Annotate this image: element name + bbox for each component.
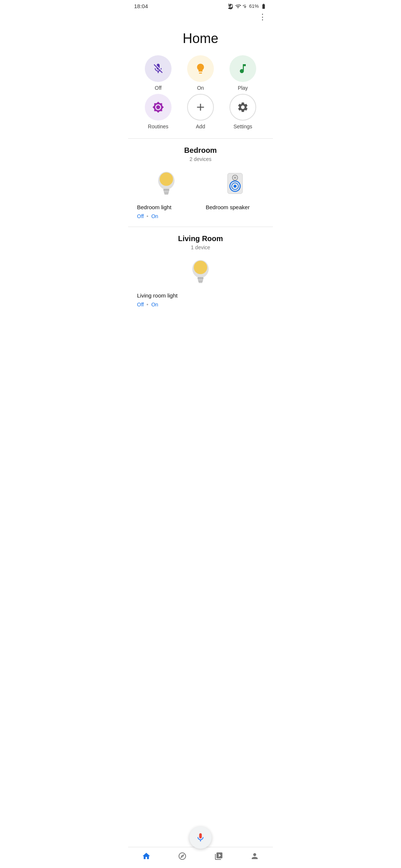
signal-icon — [242, 3, 248, 9]
status-icons: 61% — [228, 3, 267, 9]
bedroom-light-controls: Off On — [136, 213, 158, 219]
action-on-label: On — [197, 85, 204, 91]
living-room-title: Living Room — [136, 234, 265, 243]
action-on-circle — [187, 55, 214, 82]
living-room-light-icon — [188, 258, 213, 289]
bedroom-light-icon-wrap — [136, 170, 197, 201]
bedroom-speaker-icon-wrap — [204, 170, 265, 201]
bedroom-light-card[interactable]: Bedroom light Off On — [136, 170, 197, 219]
living-room-light-on-button[interactable]: On — [151, 302, 158, 308]
add-icon — [195, 101, 206, 113]
bedroom-light-off-button[interactable]: Off — [137, 213, 144, 219]
action-routines[interactable]: Routines — [137, 94, 179, 129]
action-add-circle — [187, 94, 214, 121]
action-add[interactable]: Add — [179, 94, 222, 129]
svg-rect-16 — [198, 281, 203, 282]
bedroom-device-count: 2 devices — [136, 156, 265, 162]
living-room-light-separator — [147, 304, 148, 305]
wifi-icon — [235, 3, 241, 9]
living-room-light-off-button[interactable]: Off — [137, 302, 144, 308]
living-room-device-count: 1 device — [136, 244, 265, 250]
action-settings-label: Settings — [234, 124, 252, 129]
action-on[interactable]: On — [179, 55, 222, 91]
section-divider-1 — [128, 138, 273, 139]
top-menu: ⋮ — [128, 11, 273, 25]
svg-point-11 — [234, 185, 237, 188]
action-play-label: Play — [238, 85, 248, 91]
bedroom-light-name: Bedroom light — [136, 204, 172, 210]
more-options-button[interactable]: ⋮ — [258, 12, 267, 22]
svg-point-8 — [234, 177, 236, 179]
battery-icon — [260, 3, 267, 9]
mic-off-icon — [152, 63, 164, 75]
brightness-icon — [152, 101, 164, 113]
svg-rect-4 — [164, 193, 169, 194]
action-play-circle — [229, 55, 256, 82]
action-routines-label: Routines — [148, 124, 168, 129]
bedroom-title: Bedroom — [136, 146, 265, 155]
living-room-light-name: Living room light — [136, 292, 177, 299]
svg-rect-5 — [164, 194, 168, 195]
battery-percent: 61% — [249, 3, 259, 9]
svg-rect-3 — [164, 191, 169, 193]
action-settings-circle — [229, 94, 256, 121]
svg-rect-15 — [198, 279, 203, 281]
status-bar: 18:04 61% — [128, 0, 273, 11]
music-note-icon — [237, 63, 249, 75]
bedroom-speaker-icon — [222, 170, 248, 201]
svg-rect-6 — [228, 173, 242, 194]
living-room-section: Living Room 1 device Living room light O… — [128, 234, 273, 315]
living-room-light-card[interactable]: Living room light Off On — [136, 258, 265, 308]
mute-icon — [228, 3, 234, 9]
svg-rect-17 — [199, 282, 202, 283]
lightbulb-on-icon — [195, 63, 206, 75]
bedroom-section: Bedroom 2 devices Bedroom l — [128, 146, 273, 227]
action-off-label: Off — [155, 85, 162, 91]
bedroom-speaker-card[interactable]: Bedroom speaker — [204, 170, 265, 213]
action-settings[interactable]: Settings — [222, 94, 264, 129]
quick-actions-grid: Off On Play Routines — [128, 55, 273, 138]
section-divider-2 — [128, 227, 273, 227]
bedroom-light-separator — [147, 216, 148, 217]
bedroom-light-on-button[interactable]: On — [151, 213, 158, 219]
svg-point-13 — [194, 261, 207, 274]
action-play[interactable]: Play — [222, 55, 264, 91]
action-add-label: Add — [196, 124, 205, 129]
settings-icon — [237, 101, 249, 113]
living-room-light-controls: Off On — [136, 302, 158, 308]
bedroom-light-icon — [153, 170, 179, 201]
action-off[interactable]: Off — [137, 55, 179, 91]
svg-point-1 — [160, 172, 173, 186]
bedroom-speaker-name: Bedroom speaker — [204, 204, 250, 210]
living-room-light-icon-wrap — [136, 258, 265, 289]
action-off-circle — [145, 55, 172, 82]
living-room-devices-row: Living room light Off On — [136, 258, 265, 308]
action-routines-circle — [145, 94, 172, 121]
page-title: Home — [128, 25, 273, 55]
status-time: 18:04 — [134, 3, 148, 9]
bedroom-devices-row: Bedroom light Off On — [136, 170, 265, 219]
